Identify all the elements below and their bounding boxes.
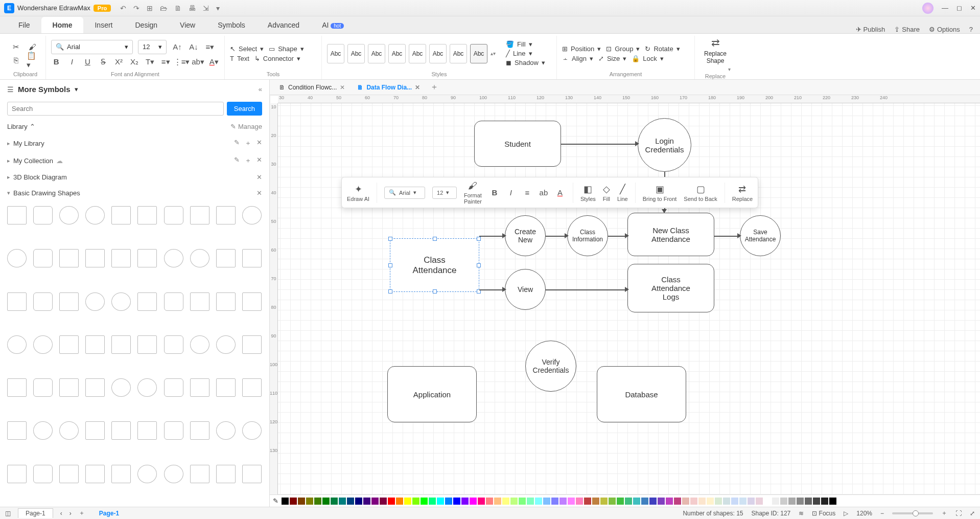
shape-thumb[interactable] (111, 421, 131, 440)
node-new-class-att[interactable]: New Class Attendance (627, 213, 714, 256)
add-tab-icon[interactable]: ＋ (430, 82, 438, 93)
page-tab-1[interactable]: Page-1 (18, 508, 53, 518)
float-send-back[interactable]: ▢Send to Back (684, 184, 717, 202)
lib-mylibrary[interactable]: My Library (13, 140, 44, 147)
zoom-in-icon[interactable]: ＋ (941, 509, 947, 517)
underline-icon[interactable]: U (82, 56, 93, 67)
redo-icon[interactable]: ↷ (133, 4, 139, 12)
zoom-out-icon[interactable]: − (880, 510, 884, 517)
doc-tab-condition[interactable]: 🗎 Condition Flowc... ✕ (275, 82, 349, 93)
node-class-info[interactable]: Class Information (567, 215, 608, 256)
shape-thumb[interactable] (164, 378, 183, 397)
lib-mycollection[interactable]: My Collection (13, 157, 53, 165)
color-swatch[interactable] (363, 498, 370, 505)
color-swatch[interactable] (592, 498, 599, 505)
save-icon[interactable]: 🗎 (174, 4, 181, 12)
shape-thumb[interactable] (59, 421, 79, 440)
shape-thumb[interactable] (190, 421, 209, 440)
publish-button[interactable]: ✈ Publish (856, 26, 885, 33)
color-swatch[interactable] (698, 498, 706, 505)
shape-tool[interactable]: ▭ Shape ▾ (269, 45, 304, 53)
pages-icon[interactable]: ◫ (5, 510, 11, 517)
color-swatch[interactable] (502, 498, 509, 505)
color-swatch[interactable] (322, 498, 330, 505)
shape-thumb[interactable] (33, 335, 53, 354)
manage-link[interactable]: ✎ Manage (230, 123, 262, 130)
color-swatch[interactable] (551, 498, 558, 505)
add-icon[interactable]: ＋ (245, 139, 251, 148)
color-swatch[interactable] (723, 498, 730, 505)
color-swatch[interactable] (519, 498, 526, 505)
shape-thumb[interactable] (59, 206, 79, 224)
shape-thumb[interactable] (216, 465, 236, 483)
float-bold-icon[interactable]: B (489, 187, 500, 198)
symbol-search-button[interactable]: Search (227, 102, 262, 116)
shape-thumb[interactable] (111, 292, 131, 311)
shape-thumb[interactable] (7, 292, 27, 311)
color-swatch[interactable] (764, 498, 771, 505)
shape-thumb[interactable] (7, 335, 27, 354)
font-color-icon[interactable]: A▾ (209, 56, 220, 67)
edit-icon[interactable]: ✎ (234, 156, 240, 165)
color-swatch[interactable] (715, 498, 722, 505)
tab-symbols[interactable]: Symbols (206, 17, 256, 33)
subscript-icon[interactable]: X₂ (129, 56, 140, 67)
shape-thumb[interactable] (216, 292, 236, 311)
tab-home[interactable]: Home (41, 17, 84, 33)
layers-icon[interactable]: ≋ (799, 510, 804, 517)
shape-thumb[interactable] (59, 335, 79, 354)
tab-ai[interactable]: AI hot (311, 17, 355, 33)
style-gallery[interactable]: AbcAbcAbcAbcAbcAbcAbcAbc ▴▾ (327, 44, 496, 63)
shape-thumb[interactable] (242, 421, 262, 440)
user-avatar[interactable] (922, 3, 934, 14)
shape-thumb[interactable] (85, 335, 105, 354)
chevron-down-icon[interactable]: ▾ (7, 190, 10, 196)
float-italic-icon[interactable]: I (505, 187, 517, 198)
color-swatch[interactable] (649, 498, 657, 505)
prev-page-icon[interactable]: ‹ (60, 510, 62, 517)
shape-thumb[interactable] (59, 378, 79, 397)
next-page-icon[interactable]: › (69, 510, 72, 517)
fit-page-icon[interactable]: ⛶ (955, 510, 962, 517)
position-button[interactable]: ⊞ Position▾ (562, 45, 601, 53)
color-swatch[interactable] (396, 498, 403, 505)
shape-thumb[interactable] (190, 206, 209, 224)
color-swatch[interactable] (478, 498, 485, 505)
color-swatch[interactable] (314, 498, 321, 505)
shape-thumb[interactable] (164, 249, 183, 267)
color-swatch[interactable] (682, 498, 689, 505)
shape-thumb[interactable] (7, 249, 27, 267)
shape-thumb[interactable] (111, 206, 131, 224)
tab-insert[interactable]: Insert (83, 17, 124, 33)
undo-icon[interactable]: ↶ (120, 4, 126, 12)
shape-thumb[interactable] (7, 378, 27, 397)
bold-icon[interactable]: B (51, 56, 62, 67)
shape-thumb[interactable] (242, 292, 262, 311)
float-styles[interactable]: ◧Styles (580, 184, 596, 202)
shape-thumb[interactable] (190, 292, 209, 311)
shape-thumb[interactable] (33, 249, 53, 267)
node-class-attendance-selected[interactable]: Class Attendance (390, 238, 479, 292)
shape-thumb[interactable] (137, 206, 157, 224)
color-swatch[interactable] (371, 498, 379, 505)
color-swatch[interactable] (388, 498, 395, 505)
float-replace[interactable]: ⇄Replace (732, 184, 753, 202)
new-icon[interactable]: ⊞ (147, 4, 153, 12)
focus-button[interactable]: ⊡ Focus (812, 510, 835, 517)
color-swatch[interactable] (437, 498, 444, 505)
color-swatch[interactable] (510, 498, 518, 505)
align-icon[interactable]: ≡▾ (204, 41, 216, 53)
line-button[interactable]: ╱ Line ▾ (506, 50, 545, 57)
color-swatch[interactable] (690, 498, 697, 505)
replace-shape-button[interactable]: Replace Shape (704, 50, 727, 64)
remove-icon[interactable]: ✕ (256, 156, 262, 165)
shape-thumb[interactable] (85, 292, 105, 311)
shape-thumb[interactable] (137, 335, 157, 354)
text-tool[interactable]: T Text (230, 55, 249, 62)
shape-thumb[interactable] (216, 421, 236, 440)
italic-icon[interactable]: I (67, 56, 78, 67)
shape-thumb[interactable] (242, 378, 262, 397)
color-swatch[interactable] (609, 498, 616, 505)
lib-basicshapes[interactable]: Basic Drawing Shapes (13, 189, 80, 197)
shape-thumb[interactable] (7, 421, 27, 440)
